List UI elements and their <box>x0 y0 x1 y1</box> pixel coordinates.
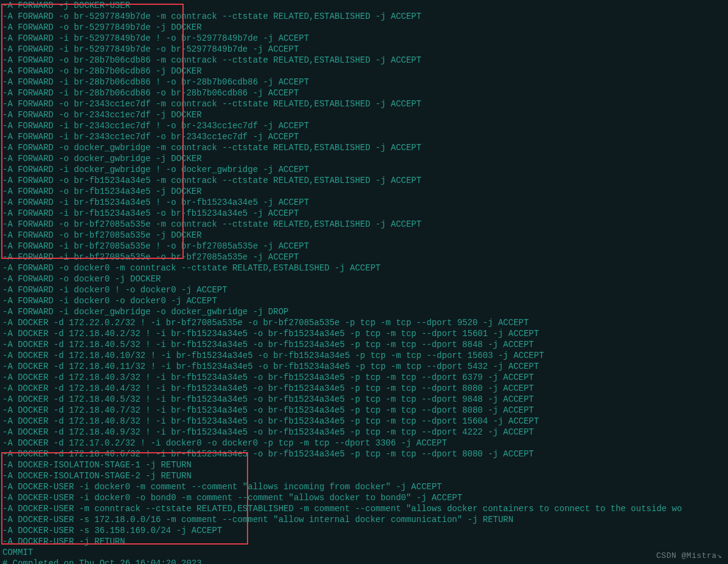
terminal-line: -A DOCKER -d 172.18.40.9/32 ! -i br-fb15… <box>2 427 726 438</box>
terminal-line: -A FORWARD -i docker_gwbridge -o docker_… <box>2 306 726 317</box>
terminal-line: -A FORWARD -o br-fb15234a34e5 -m conntra… <box>2 175 726 186</box>
terminal-line: -A FORWARD -o docker0 -j DOCKER <box>2 273 726 284</box>
terminal-line: -A FORWARD -o docker_gwbridge -m conntra… <box>2 142 726 153</box>
terminal-line: -A DOCKER -d 172.18.40.7/32 ! -i br-fb15… <box>2 405 726 416</box>
terminal-line: -A FORWARD -i docker_gwbridge ! -o docke… <box>2 164 726 175</box>
terminal-line: -A FORWARD -i docker0 ! -o docker0 -j AC… <box>2 284 726 295</box>
terminal-line: -A FORWARD -i br-28b7b06cdb86 -o br-28b7… <box>2 88 726 98</box>
terminal-line: -A DOCKER-USER -j RETURN <box>2 536 726 547</box>
terminal-line: -A DOCKER -d 172.18.40.11/32 ! -i br-fb1… <box>2 361 726 372</box>
terminal-line: -A FORWARD -o br-52977849b7de -j DOCKER <box>2 22 726 33</box>
terminal-line: -A FORWARD -i br-28b7b06cdb86 ! -o br-28… <box>2 77 726 88</box>
terminal-line: -A FORWARD -j DOCKER-USER <box>2 0 726 11</box>
terminal-line: -A DOCKER -d 172.18.40.6/32 ! -i br-fb15… <box>2 449 726 459</box>
terminal-line: -A FORWARD -o br-fb15234a34e5 -j DOCKER <box>2 186 726 197</box>
terminal-line: -A FORWARD -o docker_gwbridge -j DOCKER <box>2 153 726 164</box>
terminal-line: -A DOCKER-USER -s 172.18.0.0/16 -m comme… <box>2 514 726 525</box>
terminal-line: -A FORWARD -i br-bf27085a535e -o br-bf27… <box>2 252 726 263</box>
terminal-line: -A DOCKER -d 172.18.40.8/32 ! -i br-fb15… <box>2 416 726 427</box>
terminal-line: -A DOCKER -d 172.22.0.2/32 ! -i br-bf270… <box>2 317 726 328</box>
terminal-line: -A DOCKER -d 172.18.40.10/32 ! -i br-fb1… <box>2 350 726 361</box>
terminal-line: -A FORWARD -i br-fb15234a34e5 -o br-fb15… <box>2 208 726 219</box>
terminal-line: -A DOCKER-ISOLATION-STAGE-2 -j RETURN <box>2 470 726 481</box>
terminal-line: -A DOCKER-USER -m conntrack --ctstate RE… <box>2 503 726 514</box>
terminal-line: -A FORWARD -i br-52977849b7de -o br-5297… <box>2 44 726 55</box>
terminal-line: -A DOCKER -d 172.18.40.5/32 ! -i br-fb15… <box>2 394 726 405</box>
terminal-line: -A DOCKER-USER -i docker0 -o bond0 -m co… <box>2 492 726 503</box>
terminal-line: -A FORWARD -o br-52977849b7de -m conntra… <box>2 11 726 22</box>
terminal-line: -A FORWARD -o br-bf27085a535e -j DOCKER <box>2 230 726 241</box>
terminal-line: -A FORWARD -i br-2343cc1ec7df ! -o br-23… <box>2 120 726 131</box>
terminal-line: -A FORWARD -o br-bf27085a535e -m conntra… <box>2 219 726 230</box>
terminal-line: -A FORWARD -o br-28b7b06cdb86 -m conntra… <box>2 55 726 66</box>
terminal-line: -A FORWARD -i docker0 -o docker0 -j ACCE… <box>2 295 726 306</box>
terminal-line: -A DOCKER -d 172.18.40.3/32 ! -i br-fb15… <box>2 372 726 383</box>
terminal-line: -A DOCKER -d 172.18.40.2/32 ! -i br-fb15… <box>2 328 726 339</box>
terminal-line: -A DOCKER-ISOLATION-STAGE-1 -j RETURN <box>2 459 726 470</box>
terminal-line: -A FORWARD -o br-28b7b06cdb86 -j DOCKER <box>2 66 726 77</box>
terminal-line: -A DOCKER -d 172.17.0.2/32 ! -i docker0 … <box>2 438 726 449</box>
terminal-line: -A FORWARD -i br-bf27085a535e ! -o br-bf… <box>2 241 726 252</box>
terminal-output[interactable]: -A FORWARD -j DOCKER-USER-A FORWARD -o b… <box>0 0 728 564</box>
terminal-line: COMMIT <box>2 547 726 558</box>
terminal-line: -A DOCKER-USER -s 36.158.169.0/24 -j ACC… <box>2 525 726 536</box>
terminal-line: -A FORWARD -o br-2343cc1ec7df -m conntra… <box>2 98 726 109</box>
terminal-line: -A FORWARD -o docker0 -m conntrack --cts… <box>2 263 726 273</box>
terminal-line: -A FORWARD -i br-fb15234a34e5 ! -o br-fb… <box>2 197 726 208</box>
terminal-line: -A DOCKER -d 172.18.40.4/32 ! -i br-fb15… <box>2 383 726 394</box>
terminal-line: -A FORWARD -i br-2343cc1ec7df -o br-2343… <box>2 131 726 142</box>
terminal-line: -A DOCKER-USER -i docker0 -m comment --c… <box>2 481 726 492</box>
terminal-line: -A FORWARD -i br-52977849b7de ! -o br-52… <box>2 33 726 44</box>
terminal-line: -A DOCKER -d 172.18.40.5/32 ! -i br-fb15… <box>2 339 726 350</box>
watermark: CSDN @Mistra↘ <box>656 551 722 560</box>
terminal-line: # Completed on Thu Oct 26 16:04:20 2023 <box>2 558 726 564</box>
terminal-line: -A FORWARD -o br-2343cc1ec7df -j DOCKER <box>2 109 726 120</box>
